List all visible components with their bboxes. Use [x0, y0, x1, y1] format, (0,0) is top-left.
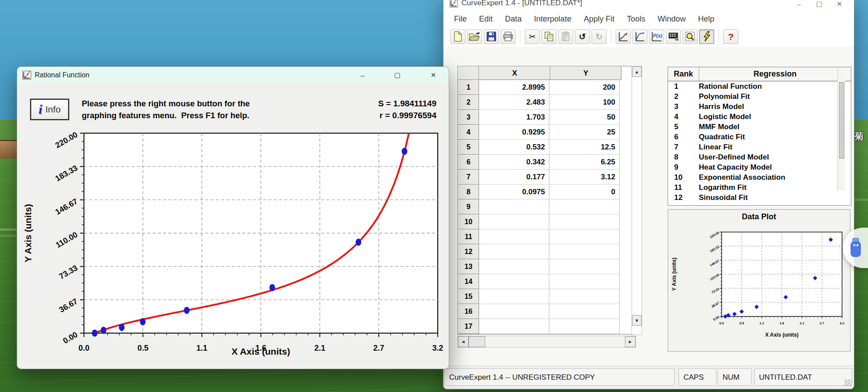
x-cell[interactable]	[479, 274, 549, 289]
row-number-cell[interactable]: 7	[458, 170, 479, 185]
paste-button[interactable]	[558, 29, 573, 44]
y-cell[interactable]	[549, 259, 620, 274]
row-number-cell[interactable]: 17	[458, 319, 479, 334]
fit-chart[interactable]: 0.00.51.11.62.12.73.20.0036.6773.33110.0…	[17, 83, 449, 369]
x-cell[interactable]: 0.177	[479, 170, 549, 185]
row-number-cell[interactable]: 2	[458, 95, 479, 110]
menu-help[interactable]: Help	[692, 15, 720, 24]
row-number-cell[interactable]: 16	[458, 304, 479, 319]
x-cell[interactable]	[479, 214, 549, 229]
new-file-button[interactable]	[450, 29, 465, 44]
menu-tools[interactable]: Tools	[621, 15, 651, 24]
y-column-header[interactable]: Y	[550, 66, 621, 80]
polynomial-fit-button[interactable]: P(x)	[649, 29, 664, 44]
regression-item[interactable]: 7Linear Fit	[668, 142, 851, 152]
undo-button[interactable]: ↺	[575, 29, 590, 44]
regression-item[interactable]: 8User-Defined Model	[668, 152, 851, 162]
regression-item[interactable]: 10Exponential Association	[668, 172, 851, 182]
regression-scrollbar[interactable]	[837, 67, 845, 191]
regression-item[interactable]: 6Quadratic Fit	[668, 132, 851, 142]
row-number-cell[interactable]: 10	[458, 214, 479, 229]
y-cell[interactable]: 50	[549, 110, 620, 125]
help-button[interactable]: ?	[723, 29, 738, 44]
fit-close-button[interactable]: ✕	[425, 69, 442, 82]
y-cell[interactable]	[549, 289, 620, 304]
x-column-header[interactable]: X	[479, 66, 550, 80]
x-cell[interactable]: 1.703	[479, 110, 549, 125]
x-cell[interactable]	[479, 304, 549, 319]
desktop-icon-label[interactable]: 菊	[854, 130, 864, 142]
x-cell[interactable]: 0.9295	[479, 125, 549, 140]
x-cell[interactable]: 0.532	[479, 140, 549, 155]
menu-edit[interactable]: Edit	[473, 15, 499, 24]
regression-item[interactable]: 2Polynomial Fit	[668, 91, 851, 102]
fit-maximize-button[interactable]: ▢	[389, 69, 406, 82]
x-cell[interactable]	[479, 289, 549, 304]
row-number-cell[interactable]: 4	[458, 125, 479, 140]
corner-header-cell[interactable]	[458, 66, 479, 80]
regression-item[interactable]: 1Rational Function	[668, 81, 851, 91]
row-number-cell[interactable]: 3	[458, 110, 479, 125]
scroll-up-button[interactable]: ▲	[632, 66, 642, 77]
regression-item[interactable]: 5MMF Model	[668, 122, 851, 132]
row-number-cell[interactable]: 8	[458, 185, 479, 200]
save-file-button[interactable]	[484, 29, 499, 44]
x-cell[interactable]	[479, 259, 549, 274]
x-cell[interactable]: 2.8995	[479, 80, 549, 95]
open-file-button[interactable]	[467, 29, 482, 44]
regression-item[interactable]: 3Harris Model	[668, 102, 851, 112]
row-number-cell[interactable]: 13	[458, 259, 479, 274]
redo-button[interactable]: ↻	[592, 29, 607, 44]
regression-item[interactable]: 12Sinusoidal Fit	[668, 192, 851, 203]
regression-item[interactable]: 11Logarithm Fit	[668, 182, 851, 192]
x-cell[interactable]	[479, 229, 549, 244]
y-cell[interactable]	[549, 319, 620, 334]
scroll-left-button[interactable]: ◄	[458, 336, 469, 347]
main-titlebar[interactable]: CurveExpert 1.4 - [UNTITLED.DAT*] – ▢ ✕	[443, 0, 854, 11]
row-number-cell[interactable]: 11	[458, 229, 479, 244]
y-cell[interactable]: 200	[549, 80, 620, 95]
y-cell[interactable]	[549, 200, 620, 214]
menu-apply-fit[interactable]: Apply Fit	[577, 15, 621, 24]
linear-fit-button[interactable]	[616, 29, 631, 44]
y-cell[interactable]: 3.12	[549, 170, 620, 185]
row-number-cell[interactable]: 15	[458, 289, 479, 304]
minimize-button[interactable]: –	[789, 0, 809, 11]
y-cell[interactable]	[549, 229, 620, 244]
scroll-down-button[interactable]: ▼	[632, 315, 642, 326]
y-cell[interactable]: 100	[549, 95, 620, 110]
x-cell[interactable]	[479, 319, 549, 334]
menu-interpolate[interactable]: Interpolate	[528, 15, 577, 24]
row-number-cell[interactable]: 6	[458, 155, 479, 170]
close-button[interactable]: ✕	[829, 0, 850, 11]
evaluate-model-button[interactable]	[666, 29, 681, 44]
menu-file[interactable]: File	[448, 15, 473, 24]
row-number-cell[interactable]: 5	[458, 140, 479, 155]
scroll-right-button[interactable]: ►	[625, 336, 636, 347]
fit-minimize-button[interactable]: –	[354, 69, 371, 82]
x-cell[interactable]: 2.483	[479, 95, 549, 110]
zoom-graph-button[interactable]	[683, 29, 697, 44]
y-cell[interactable]	[549, 304, 620, 319]
maximize-button[interactable]: ▢	[809, 0, 829, 11]
x-cell[interactable]: 0.342	[479, 155, 549, 170]
table-horizontal-scrollbar[interactable]: ◄ ►	[458, 336, 636, 348]
y-cell[interactable]	[549, 214, 620, 229]
row-number-cell[interactable]: 12	[458, 244, 479, 259]
row-number-cell[interactable]: 1	[458, 80, 479, 95]
row-number-cell[interactable]: 14	[458, 274, 479, 289]
row-number-cell[interactable]: 9	[458, 200, 479, 214]
y-cell[interactable]	[549, 274, 620, 289]
regression-item[interactable]: 9Heat Capacity Model	[668, 162, 851, 172]
menu-window[interactable]: Window	[651, 15, 692, 24]
x-cell[interactable]: 0.0975	[479, 185, 549, 200]
y-cell[interactable]: 6.25	[549, 155, 620, 170]
y-cell[interactable]	[549, 244, 620, 259]
run-all-fits-button[interactable]	[699, 29, 714, 44]
print-button[interactable]	[501, 29, 516, 44]
horizontal-scroll-thumb[interactable]	[469, 336, 485, 347]
fit-window-titlebar[interactable]: Rational Function – ▢ ✕	[17, 67, 449, 83]
curve-fit-button[interactable]	[632, 29, 647, 44]
cut-button[interactable]: ✂	[525, 29, 540, 44]
regression-scroll-thumb[interactable]	[839, 82, 844, 159]
